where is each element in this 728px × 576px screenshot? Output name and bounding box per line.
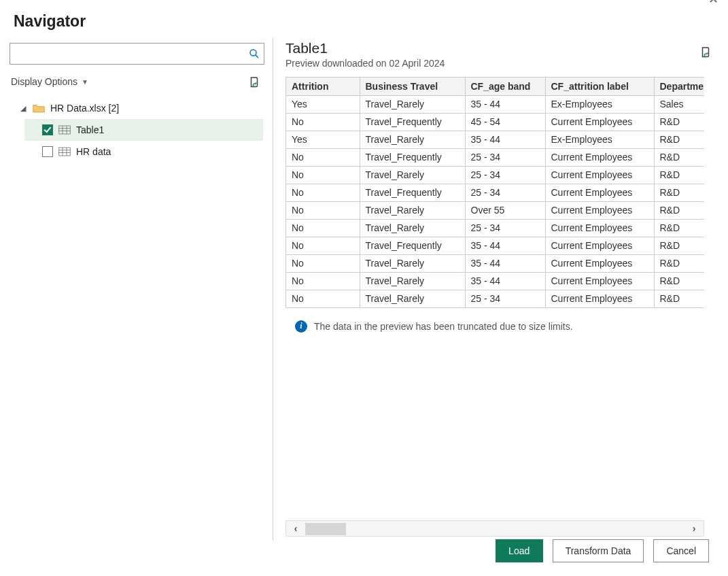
preview-subtitle: Preview downloaded on 02 April 2024 <box>285 58 445 69</box>
search-input[interactable] <box>10 43 264 65</box>
table-row[interactable]: NoTravel_Rarely25 - 34Current EmployeesR… <box>286 290 704 307</box>
table-cell: No <box>286 219 360 237</box>
preview-title: Table1 <box>285 40 445 56</box>
tree-item[interactable]: HR data <box>24 141 263 163</box>
table-cell: 35 - 44 <box>465 237 545 254</box>
table-row[interactable]: NoTravel_Frequently25 - 34Current Employ… <box>286 184 704 201</box>
scroll-track[interactable] <box>305 521 684 536</box>
table-cell: No <box>286 148 360 166</box>
table-row[interactable]: NoTravel_Rarely25 - 34Current EmployeesR… <box>286 219 704 237</box>
table-icon <box>58 147 71 156</box>
table-cell: Current Employees <box>545 219 654 237</box>
table-cell: No <box>286 290 360 307</box>
table-cell: Travel_Rarely <box>360 201 465 219</box>
table-cell: Travel_Rarely <box>360 290 465 307</box>
table-row[interactable]: NoTravel_Frequently35 - 44Current Employ… <box>286 237 704 254</box>
column-header[interactable]: Attrition <box>286 78 360 95</box>
load-button[interactable]: Load <box>496 539 543 562</box>
column-header[interactable]: Departmen <box>654 78 704 95</box>
table-cell: Over 55 <box>465 201 545 219</box>
transform-data-button[interactable]: Transform Data <box>553 539 644 562</box>
table-cell: R&D <box>654 166 704 184</box>
tree-item-label: HR data <box>76 146 111 157</box>
table-cell: R&D <box>654 131 704 148</box>
close-icon[interactable]: ✕ <box>704 0 723 7</box>
table-cell: R&D <box>654 237 704 254</box>
table-cell: 35 - 44 <box>465 95 545 113</box>
scroll-left-icon[interactable]: ‹ <box>286 521 305 536</box>
table-cell: Travel_Rarely <box>360 131 465 148</box>
tree-file-label: HR Data.xlsx [2] <box>50 103 119 114</box>
table-cell: R&D <box>654 219 704 237</box>
table-cell: Yes <box>286 95 360 113</box>
table-cell: R&D <box>654 148 704 166</box>
table-cell: Current Employees <box>545 272 654 290</box>
search-wrap <box>10 43 264 65</box>
column-header[interactable]: Business Travel <box>360 78 465 95</box>
table-cell: Travel_Rarely <box>360 254 465 272</box>
table-cell: Current Employees <box>545 184 654 201</box>
table-row[interactable]: YesTravel_Rarely35 - 44Ex-EmployeesR&D <box>286 131 704 148</box>
display-options-label: Display Options <box>11 76 77 87</box>
table-cell: Current Employees <box>545 166 654 184</box>
table-row[interactable]: NoTravel_Frequently25 - 34Current Employ… <box>286 148 704 166</box>
table-cell: Current Employees <box>545 290 654 307</box>
table-cell: Travel_Rarely <box>360 219 465 237</box>
table-cell: R&D <box>654 272 704 290</box>
table-cell: 35 - 44 <box>465 131 545 148</box>
caret-collapse-icon: ◢ <box>20 104 27 113</box>
svg-point-0 <box>250 50 256 56</box>
table-cell: Current Employees <box>545 237 654 254</box>
preview-refresh-icon[interactable] <box>699 46 712 58</box>
table-cell: Yes <box>286 131 360 148</box>
refresh-icon[interactable] <box>248 75 260 88</box>
navigator-pane: Display Options ▼ ◢ HR Data.xlsx [2] <box>8 37 273 541</box>
table-cell: R&D <box>654 201 704 219</box>
table-cell: 25 - 34 <box>465 184 545 201</box>
table-cell: Current Employees <box>545 148 654 166</box>
table-cell: R&D <box>654 254 704 272</box>
preview-table-wrap: AttritionBusiness TravelCF_age bandCF_at… <box>285 77 704 308</box>
table-cell: No <box>286 272 360 290</box>
scroll-thumb[interactable] <box>305 523 346 535</box>
table-cell: Travel_Frequently <box>360 237 465 254</box>
table-cell: R&D <box>654 184 704 201</box>
table-cell: No <box>286 201 360 219</box>
table-cell: Travel_Rarely <box>360 95 465 113</box>
table-cell: No <box>286 113 360 131</box>
table-cell: 25 - 34 <box>465 148 545 166</box>
table-cell: No <box>286 184 360 201</box>
table-cell: Ex-Employees <box>545 95 654 113</box>
table-cell: Travel_Frequently <box>360 184 465 201</box>
table-row[interactable]: NoTravel_Rarely35 - 44Current EmployeesR… <box>286 272 704 290</box>
table-cell: 25 - 34 <box>465 219 545 237</box>
table-row[interactable]: NoTravel_Rarely35 - 44Current EmployeesR… <box>286 254 704 272</box>
tree-item[interactable]: Table1 <box>24 119 263 141</box>
table-icon <box>58 125 71 135</box>
table-cell: Travel_Rarely <box>360 166 465 184</box>
table-cell: Current Employees <box>545 254 654 272</box>
table-cell: 25 - 34 <box>465 166 545 184</box>
table-cell: No <box>286 166 360 184</box>
column-header[interactable]: CF_age band <box>465 78 545 95</box>
caret-down-icon: ▼ <box>82 78 88 86</box>
scroll-right-icon[interactable]: › <box>684 521 704 536</box>
search-icon[interactable] <box>248 48 260 60</box>
checkbox[interactable] <box>42 124 53 135</box>
table-row[interactable]: NoTravel_Rarely25 - 34Current EmployeesR… <box>286 166 704 184</box>
table-row[interactable]: NoTravel_RarelyOver 55Current EmployeesR… <box>286 201 704 219</box>
table-cell: 25 - 34 <box>465 290 545 307</box>
table-cell: R&D <box>654 290 704 307</box>
table-cell: No <box>286 254 360 272</box>
tree-file-row[interactable]: ◢ HR Data.xlsx [2] <box>11 97 263 119</box>
page-title: Navigator <box>0 0 728 37</box>
checkbox[interactable] <box>42 146 53 157</box>
display-options-dropdown[interactable]: Display Options ▼ <box>11 76 88 87</box>
column-header[interactable]: CF_attrition label <box>545 78 654 95</box>
table-row[interactable]: NoTravel_Frequently45 - 54Current Employ… <box>286 113 704 131</box>
table-cell: Travel_Frequently <box>360 113 465 131</box>
cancel-button[interactable]: Cancel <box>653 539 709 562</box>
horizontal-scrollbar[interactable]: ‹ › <box>285 520 704 537</box>
table-row[interactable]: YesTravel_Rarely35 - 44Ex-EmployeesSales <box>286 95 704 113</box>
table-cell: 35 - 44 <box>465 254 545 272</box>
